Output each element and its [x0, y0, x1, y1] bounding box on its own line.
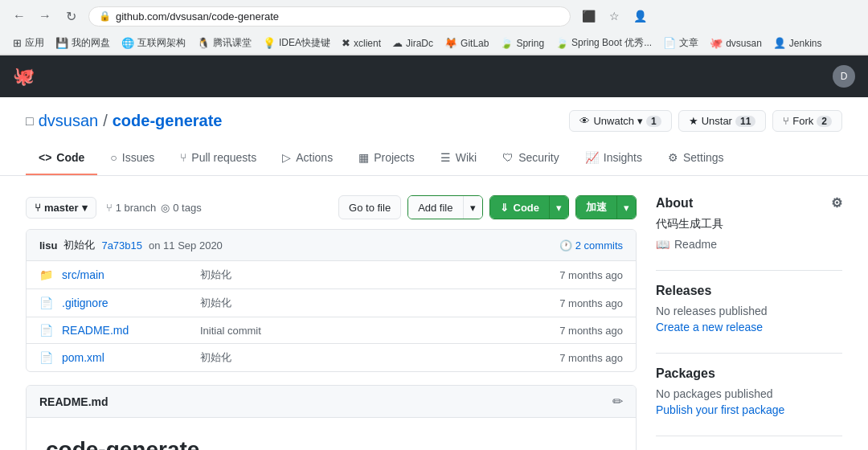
- tab-settings[interactable]: ⚙ Settings: [655, 141, 737, 175]
- commit-message: 初始化: [63, 238, 95, 252]
- bookmark-idea[interactable]: 💡IDEA快捷键: [258, 34, 335, 52]
- fork-icon: ⑂: [783, 115, 789, 127]
- folder-icon: 📁: [39, 268, 52, 281]
- branch-left: ⑂ master ▾ ⑂ 1 branch ◎ 0 tags: [26, 197, 202, 219]
- sidebar-divider-2: [656, 353, 842, 354]
- star-button[interactable]: ★ Unstar 11: [678, 110, 767, 132]
- fork-button[interactable]: ⑂ Fork 2: [772, 110, 842, 132]
- repo-owner-link[interactable]: dvsusan: [39, 112, 99, 130]
- file-time-gitignore: 7 months ago: [559, 297, 623, 309]
- tab-insights[interactable]: 📈 Insights: [572, 141, 655, 175]
- browser-toolbar: ← → ↻ 🔒 github.com/dvsusan/code-generate…: [0, 0, 868, 32]
- file-time-readme: 7 months ago: [559, 325, 623, 337]
- releases-title: Releases: [656, 284, 842, 298]
- user-avatar[interactable]: D: [833, 65, 855, 88]
- repo-title: □ dvsusan / code-generate: [26, 112, 222, 130]
- speed-button[interactable]: 加速: [576, 196, 617, 219]
- branch-selector[interactable]: ⑂ master ▾: [26, 197, 96, 219]
- bookmark-netdisk[interactable]: 💾我的网盘: [51, 34, 115, 52]
- file-commit-pom: 初始化: [200, 350, 550, 365]
- extensions-button[interactable]: ⬛: [577, 5, 600, 27]
- code-button[interactable]: ⇓ Code: [490, 196, 551, 219]
- bookmark-tencent[interactable]: 🐧腾讯课堂: [192, 34, 256, 52]
- browser-chrome: ← → ↻ 🔒 github.com/dvsusan/code-generate…: [0, 0, 868, 55]
- unwatch-button[interactable]: 👁 Unwatch ▾ 1: [569, 110, 671, 132]
- chevron-down-icon: ▾: [82, 202, 88, 214]
- branch-count-icon: ⑂: [106, 202, 113, 214]
- tab-actions[interactable]: ▷ Actions: [269, 141, 346, 175]
- tab-issues[interactable]: ○ Issues: [97, 141, 167, 175]
- file-table: lisu 初始化 7a73b15 on 11 Sep 2020 🕐 2 comm…: [26, 229, 637, 372]
- branch-bar: ⑂ master ▾ ⑂ 1 branch ◎ 0 tags Go to fi: [26, 195, 637, 219]
- bookmark-jira[interactable]: ☁JiraDc: [387, 35, 438, 51]
- speed-caret-button[interactable]: ▾: [617, 196, 636, 219]
- commit-info: lisu 初始化 7a73b15 on 11 Sep 2020: [39, 238, 223, 252]
- tab-security[interactable]: 🛡 Security: [489, 141, 572, 175]
- file-name-readme[interactable]: README.md: [62, 324, 190, 337]
- pr-icon: ⑂: [180, 151, 186, 164]
- add-file-button[interactable]: Add file: [408, 196, 463, 219]
- readme-link[interactable]: 📖 Readme: [656, 238, 842, 251]
- file-time-pom: 7 months ago: [559, 352, 623, 364]
- readme-box: README.md ✏ code-generate 代码生成工具: [26, 385, 637, 450]
- code-caret-button[interactable]: ▾: [550, 196, 568, 219]
- about-settings-gear-icon[interactable]: ⚙: [831, 195, 842, 211]
- readme-heading: code-generate: [46, 437, 616, 450]
- add-file-caret[interactable]: ▾: [464, 196, 482, 219]
- commit-count-link[interactable]: 🕐 2 commits: [559, 239, 623, 252]
- bookmark-dvsusan[interactable]: 🐙dvsusan: [705, 35, 767, 51]
- file-name-srcmain[interactable]: src/main: [62, 268, 190, 281]
- repo-name-link[interactable]: code-generate: [113, 112, 223, 130]
- bookmark-article[interactable]: 📄文章: [658, 34, 703, 52]
- publish-package-link[interactable]: Publish your first package: [656, 403, 842, 416]
- bookmark-button[interactable]: ☆: [603, 5, 625, 27]
- sidebar-about: About ⚙ 代码生成工具 📖 Readme: [656, 195, 842, 251]
- file-name-gitignore[interactable]: .gitignore: [62, 297, 190, 309]
- file-table-header: lisu 初始化 7a73b15 on 11 Sep 2020 🕐 2 comm…: [27, 230, 636, 261]
- readme-header: README.md ✏: [27, 386, 636, 418]
- file-commit-readme: Initial commit: [200, 325, 550, 337]
- goto-file-button[interactable]: Go to file: [338, 195, 401, 219]
- bookmark-apps[interactable]: ⊞应用: [8, 34, 49, 52]
- bookmark-gitlab[interactable]: 🦊GitLab: [440, 35, 493, 51]
- url-bar[interactable]: 🔒 github.com/dvsusan/code-generate: [88, 6, 571, 27]
- sidebar-releases: Releases No releases published Create a …: [656, 284, 842, 333]
- tag-count-link[interactable]: ◎ 0 tags: [161, 202, 201, 214]
- header-left: 🐙: [13, 66, 47, 87]
- bookmark-jenkins[interactable]: 👤Jenkins: [768, 35, 827, 51]
- issues-icon: ○: [110, 151, 117, 164]
- branch-count-link[interactable]: ⑂ 1 branch: [106, 202, 157, 214]
- github-logo-icon[interactable]: 🐙: [13, 66, 35, 87]
- reload-button[interactable]: ↻: [59, 5, 82, 27]
- forward-button[interactable]: →: [34, 5, 56, 27]
- readme-edit-button[interactable]: ✏: [612, 394, 623, 409]
- settings-icon: ⚙: [668, 151, 678, 164]
- wiki-icon: ☰: [440, 151, 451, 164]
- file-row-pom: 📄 pom.xml 初始化 7 months ago: [27, 344, 636, 371]
- tab-projects[interactable]: ▦ Projects: [346, 141, 428, 175]
- tab-wiki[interactable]: ☰ Wiki: [428, 141, 489, 175]
- bookmark-spring[interactable]: 🍃Spring: [495, 35, 549, 51]
- bookmark-internet[interactable]: 🌐互联网架构: [117, 34, 190, 52]
- create-release-link[interactable]: Create a new release: [656, 321, 842, 333]
- book-icon: 📖: [656, 238, 669, 251]
- commit-hash[interactable]: 7a73b15: [101, 239, 142, 252]
- file-name-pom[interactable]: pom.xml: [62, 351, 190, 364]
- lock-icon: 🔒: [99, 10, 111, 22]
- security-icon: 🛡: [502, 151, 514, 164]
- bookmark-xclient[interactable]: ✖xclient: [337, 35, 386, 51]
- repo-header: □ dvsusan / code-generate 👁 Unwatch ▾ 1 …: [0, 97, 868, 176]
- bookmark-springboot[interactable]: 🍃Spring Boot 优秀...: [551, 34, 657, 52]
- back-button[interactable]: ←: [8, 5, 31, 27]
- repo-main: ⑂ master ▾ ⑂ 1 branch ◎ 0 tags Go to fi: [26, 195, 637, 450]
- commit-date: on 11 Sep 2020: [149, 239, 223, 252]
- speed-group: 加速 ▾: [575, 195, 637, 219]
- tab-pull-requests[interactable]: ⑂ Pull requests: [167, 141, 269, 175]
- star-count: 11: [735, 116, 755, 127]
- github-header: 🐙 D: [0, 55, 868, 97]
- code-icon: <>: [39, 151, 51, 164]
- tab-code[interactable]: <> Code: [26, 141, 97, 175]
- sidebar-description: 代码生成工具: [656, 217, 842, 231]
- sidebar-divider-3: [656, 436, 842, 436]
- profile-button[interactable]: 👤: [628, 5, 651, 27]
